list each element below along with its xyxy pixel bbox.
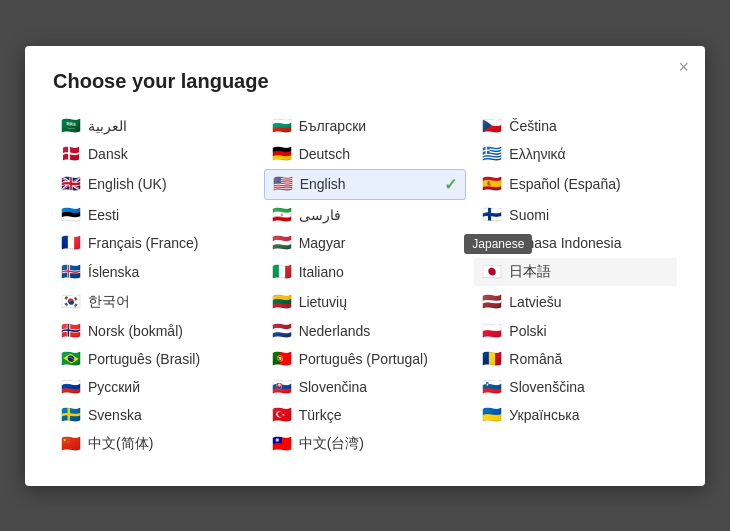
lang-label: Svenska [88,407,142,423]
flag-icon: 🇧🇷 [61,352,81,366]
flag-icon: 🇱🇻 [482,295,502,309]
lang-label: Dansk [88,146,128,162]
flag-icon: 🇯🇵 [482,265,502,279]
modal-title: Choose your language [53,70,677,93]
flag-icon: 🇨🇿 [482,119,502,133]
flag-icon: 🇱🇹 [272,295,292,309]
lang-item-de[interactable]: 🇩🇪Deutsch [264,141,467,167]
lang-label: Polski [509,323,546,339]
flag-icon: 🇪🇪 [61,208,81,222]
lang-label: العربية [88,118,127,134]
flag-icon: 🇸🇦 [61,119,81,133]
lang-label: Deutsch [299,146,350,162]
lang-label: Slovenčina [299,379,368,395]
lang-label: Български [299,118,366,134]
flag-icon: 🇵🇹 [272,352,292,366]
lang-item-pt-br[interactable]: 🇧🇷Português (Brasil) [53,346,256,372]
lang-item-ko[interactable]: 🇰🇷한국어 [53,288,256,316]
lang-label: 한국어 [88,293,130,311]
lang-label: فارسی [299,207,341,223]
lang-item-uk[interactable]: 🇺🇦Українська [474,402,677,428]
flag-icon: 🇪🇸 [482,177,502,191]
lang-item-da[interactable]: 🇩🇰Dansk [53,141,256,167]
lang-item-sl[interactable]: 🇸🇮Slovenščina [474,374,677,400]
flag-icon: 🇷🇺 [61,380,81,394]
lang-label: 中文(简体) [88,435,153,453]
flag-icon: 🇷🇴 [482,352,502,366]
lang-item-fi[interactable]: 🇫🇮Suomi [474,202,677,228]
lang-item-sv[interactable]: 🇸🇪Svenska [53,402,256,428]
lang-item-lv[interactable]: 🇱🇻Latviešu [474,288,677,316]
lang-label: Українська [509,407,579,423]
lang-label: Português (Brasil) [88,351,200,367]
lang-item-ar[interactable]: 🇸🇦العربية [53,113,256,139]
lang-label: Íslenska [88,264,139,280]
flag-icon: 🇺🇸 [273,177,293,191]
lang-item-nb[interactable]: 🇳🇴Norsk (bokmål) [53,318,256,344]
lang-label: Čeština [509,118,556,134]
language-modal: Choose your language × 🇸🇦العربية🇧🇬Българ… [25,46,705,486]
flag-icon: 🇳🇱 [272,324,292,338]
languages-grid: 🇸🇦العربية🇧🇬Български🇨🇿Čeština🇩🇰Dansk🇩🇪De… [53,113,677,458]
lang-item-hu[interactable]: 🇭🇺Magyar [264,230,467,256]
lang-label: Bahasa Indonesia [509,235,621,251]
lang-item-zh-tw[interactable]: 🇹🇼中文(台湾) [264,430,467,458]
close-button[interactable]: × [678,58,689,76]
lang-item-bg[interactable]: 🇧🇬Български [264,113,467,139]
lang-item-fa[interactable]: 🇮🇷فارسی [264,202,467,228]
lang-label: Français (France) [88,235,198,251]
lang-label: Norsk (bokmål) [88,323,183,339]
lang-item-it[interactable]: 🇮🇹Italiano [264,258,467,286]
lang-label: Español (España) [509,176,620,192]
lang-item-en[interactable]: 🇺🇸English✓ [264,169,467,200]
lang-label: Lietuvių [299,294,347,310]
lang-label: Slovenščina [509,379,585,395]
lang-label: English [300,176,346,192]
lang-item-ro[interactable]: 🇷🇴Română [474,346,677,372]
flag-icon: 🇫🇷 [61,236,81,250]
lang-label: 日本語 [509,263,551,281]
lang-label: 中文(台湾) [299,435,364,453]
lang-item-sk[interactable]: 🇸🇰Slovenčina [264,374,467,400]
lang-item-ja[interactable]: 🇯🇵日本語Japanese [474,258,677,286]
lang-item-es[interactable]: 🇪🇸Español (España) [474,169,677,200]
flag-icon: 🇮🇩 [482,236,502,250]
lang-item-pl[interactable]: 🇵🇱Polski [474,318,677,344]
lang-label: English (UK) [88,176,167,192]
lang-label: Română [509,351,562,367]
flag-icon: 🇳🇴 [61,324,81,338]
lang-label: Italiano [299,264,344,280]
lang-item-en-uk[interactable]: 🇬🇧English (UK) [53,169,256,200]
lang-label: Türkçe [299,407,342,423]
flag-icon: 🇩🇪 [272,147,292,161]
lang-label: Magyar [299,235,346,251]
flag-icon: 🇹🇼 [272,437,292,451]
lang-item-el[interactable]: 🇬🇷Ελληνικά [474,141,677,167]
lang-item-fr[interactable]: 🇫🇷Français (France) [53,230,256,256]
lang-label: Eesti [88,207,119,223]
flag-icon: 🇬🇧 [61,177,81,191]
flag-icon: 🇨🇳 [61,437,81,451]
lang-item-zh-cn[interactable]: 🇨🇳中文(简体) [53,430,256,458]
lang-item-cs[interactable]: 🇨🇿Čeština [474,113,677,139]
lang-item-ru[interactable]: 🇷🇺Русский [53,374,256,400]
lang-item-et[interactable]: 🇪🇪Eesti [53,202,256,228]
lang-item-lt[interactable]: 🇱🇹Lietuvių [264,288,467,316]
flag-icon: 🇸🇮 [482,380,502,394]
lang-label: Ελληνικά [509,146,565,162]
lang-item-id[interactable]: 🇮🇩Bahasa Indonesia [474,230,677,256]
lang-item-pt-pt[interactable]: 🇵🇹Português (Portugal) [264,346,467,372]
flag-icon: 🇭🇺 [272,236,292,250]
flag-icon: 🇩🇰 [61,147,81,161]
flag-icon: 🇺🇦 [482,408,502,422]
flag-icon: 🇰🇷 [61,295,81,309]
flag-icon: 🇹🇷 [272,408,292,422]
flag-icon: 🇵🇱 [482,324,502,338]
lang-item-nl[interactable]: 🇳🇱Nederlands [264,318,467,344]
lang-item-is[interactable]: 🇮🇸Íslenska [53,258,256,286]
flag-icon: 🇸🇪 [61,408,81,422]
lang-label: Русский [88,379,140,395]
flag-icon: 🇸🇰 [272,380,292,394]
lang-item-tr[interactable]: 🇹🇷Türkçe [264,402,467,428]
lang-label: Português (Portugal) [299,351,428,367]
